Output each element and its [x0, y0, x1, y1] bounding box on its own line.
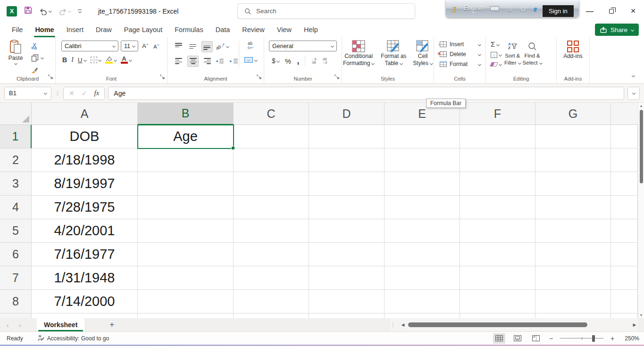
minimize-button[interactable]: — [579, 0, 601, 22]
cell-partial[interactable] [611, 219, 638, 243]
restore-button[interactable] [601, 0, 622, 22]
column-header-partial[interactable] [611, 103, 638, 125]
dialog-launcher-icon[interactable] [48, 73, 53, 81]
addins-button[interactable]: Add-ins [563, 40, 583, 60]
sheet-tab-worksheet[interactable]: Worksheet [37, 318, 84, 331]
cell-D6[interactable] [309, 243, 385, 266]
cell-E7[interactable] [385, 266, 460, 290]
cell-partial[interactable] [611, 172, 638, 196]
cell-G6[interactable] [535, 243, 611, 266]
vertical-scrollbar[interactable]: ▲ ▼ [638, 103, 644, 318]
format-cells-button[interactable]: Format [440, 61, 481, 67]
tab-home[interactable]: Home [29, 22, 60, 37]
tab-view[interactable]: View [271, 22, 298, 37]
middle-align-button[interactable] [187, 41, 199, 52]
formula-bar-grip[interactable]: ⋮ [55, 90, 60, 97]
row-header-5[interactable]: 5 [0, 219, 32, 243]
cell-B1-active[interactable]: Age [138, 125, 234, 148]
cell-D1[interactable] [309, 125, 385, 148]
cell-C1[interactable] [234, 125, 309, 148]
conditional-formatting-button[interactable]: Conditional Formatting [343, 40, 374, 67]
increase-indent-button[interactable]: ▸ [230, 56, 241, 67]
row-header-2[interactable]: 2 [0, 148, 32, 172]
cell-D3[interactable] [309, 172, 385, 196]
delete-cells-button[interactable]: ✕ Delete [440, 51, 481, 58]
keyboard-icon[interactable] [490, 6, 499, 11]
search-box[interactable] [237, 3, 415, 19]
wrap-text-button[interactable]: abc↩ [248, 41, 253, 50]
autosum-button[interactable]: Σ [491, 41, 502, 48]
cell-G4[interactable] [535, 196, 611, 219]
align-left-button[interactable] [173, 56, 184, 67]
vertical-scrollbar-thumb[interactable] [640, 110, 643, 183]
font-size-combo[interactable]: 11 [121, 41, 138, 51]
cell-G3[interactable] [535, 172, 611, 196]
new-sheet-button[interactable]: + [106, 320, 117, 330]
cell-partial[interactable] [611, 148, 638, 172]
scroll-up-button[interactable]: ▲ [638, 103, 644, 109]
row-header-6[interactable]: 6 [0, 243, 32, 266]
cell-F6[interactable] [460, 243, 535, 266]
row-header-3[interactable]: 3 [0, 172, 32, 196]
cell-A4[interactable]: 7/28/1975 [32, 196, 138, 219]
find-select-button[interactable]: Find & Select [523, 40, 542, 66]
cell-F7[interactable] [460, 266, 535, 290]
insert-function-button[interactable]: fx [94, 89, 99, 97]
cell-E2[interactable] [385, 148, 460, 172]
undo-button[interactable] [39, 8, 51, 15]
cell-A3[interactable]: 8/19/1997 [32, 172, 138, 196]
cell-partial[interactable] [611, 196, 638, 219]
cell-A8[interactable]: 7/14/2000 [32, 290, 138, 313]
row-header-8[interactable]: 8 [0, 290, 32, 313]
gear-icon[interactable]: ⚙ [520, 5, 526, 13]
cell-E5[interactable] [385, 219, 460, 243]
zoom-level[interactable]: 250% [621, 335, 639, 342]
borders-button[interactable] [91, 57, 101, 63]
save-button[interactable] [24, 6, 32, 16]
cell-B2[interactable] [138, 148, 234, 172]
cell-partial[interactable] [611, 243, 638, 266]
cell-E4[interactable] [385, 196, 460, 219]
formula-input[interactable]: Age [108, 87, 624, 100]
decrease-font-size-button[interactable]: A˅ [152, 43, 160, 49]
cell-D2[interactable] [309, 148, 385, 172]
tab-formulas[interactable]: Formulas [168, 22, 209, 37]
cell-B4[interactable] [138, 196, 234, 219]
percent-style-button[interactable]: % [285, 57, 291, 65]
insert-cells-button[interactable]: ← Insert [440, 41, 481, 48]
dialog-launcher-icon[interactable] [335, 73, 339, 81]
cell-B9[interactable] [138, 313, 234, 318]
scroll-right-button[interactable]: ▶ [631, 322, 638, 327]
cell-F3[interactable] [460, 172, 535, 196]
fill-color-button[interactable] [105, 56, 117, 64]
fill-handle[interactable] [231, 146, 235, 150]
accounting-format-button[interactable]: $ [272, 57, 279, 65]
cell-D4[interactable] [309, 196, 385, 219]
select-all-button[interactable] [0, 103, 32, 125]
cell-C5[interactable] [234, 219, 309, 243]
cell-E1[interactable] [385, 125, 460, 148]
tab-insert[interactable]: Insert [60, 22, 90, 37]
decrease-indent-button[interactable]: ◂ [216, 56, 227, 67]
row-header-7[interactable]: 7 [0, 266, 32, 290]
cell-A1[interactable]: DOB [32, 125, 138, 148]
bold-button[interactable]: B [62, 56, 67, 64]
cell-B5[interactable] [138, 219, 234, 243]
tab-page-layout[interactable]: Page Layout [118, 22, 168, 37]
accessibility-status[interactable]: Accessibility: Good to go [37, 335, 109, 342]
zoom-in-button[interactable]: + [610, 335, 615, 342]
format-as-table-button[interactable]: Format as Table [381, 40, 406, 67]
cell-C4[interactable] [234, 196, 309, 219]
zoom-slider[interactable] [560, 335, 603, 342]
collapse-ribbon-button[interactable] [632, 70, 635, 79]
dialog-launcher-icon[interactable] [257, 73, 261, 81]
column-header-C[interactable]: C [234, 103, 309, 125]
decrease-decimal-button[interactable]: .00→0 [322, 58, 327, 64]
tab-draw[interactable]: Draw [90, 22, 118, 37]
enter-button[interactable]: ✓ [82, 90, 87, 97]
cell-B6[interactable] [138, 243, 234, 266]
cut-button[interactable] [31, 42, 43, 50]
scroll-down-button[interactable]: ▼ [638, 312, 644, 318]
expand-formula-bar-button[interactable] [627, 87, 640, 100]
copy-button[interactable] [31, 54, 43, 62]
